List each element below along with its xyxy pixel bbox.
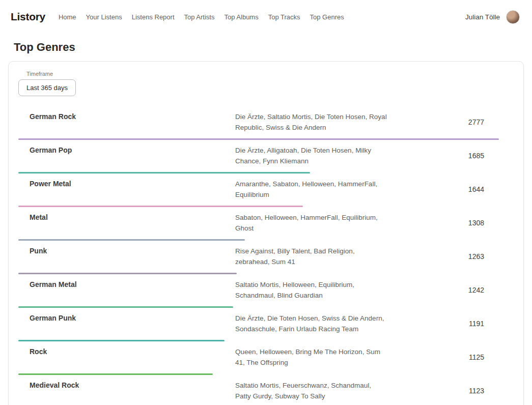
app-logo[interactable]: Listory	[11, 11, 45, 23]
genre-name: German Metal	[18, 279, 235, 288]
timeframe-select[interactable]: Last 365 days	[18, 79, 76, 96]
genre-row: MetalSabaton, Helloween, HammerFall, Equ…	[18, 207, 511, 241]
genre-artists: Amaranthe, Sabaton, Helloween, HammerFal…	[235, 179, 388, 200]
genre-name: German Pop	[18, 145, 235, 154]
nav-links: HomeYour ListensListens ReportTop Artist…	[59, 13, 344, 21]
genre-artists: Die Ärzte, Saltatio Mortis, Die Toten Ho…	[235, 111, 388, 133]
genre-name: German Punk	[18, 313, 235, 322]
genre-name: German Rock	[18, 111, 235, 121]
nav-link-top-albums[interactable]: Top Albums	[224, 13, 258, 21]
genre-count: 1644	[388, 185, 511, 193]
genre-name: Rock	[18, 346, 235, 356]
genre-count: 1191	[388, 320, 511, 328]
genre-artists: Saltatio Mortis, Helloween, Equilibrium,…	[235, 279, 388, 301]
nav-link-home[interactable]: Home	[59, 13, 76, 21]
page-title: Top Genres	[14, 41, 532, 54]
genre-name: Metal	[18, 212, 235, 221]
genre-row: German RockDie Ärzte, Saltatio Mortis, D…	[18, 106, 511, 140]
timeframe-value: Last 365 days	[26, 84, 68, 92]
genre-artists: Rise Against, Billy Talent, Bad Religion…	[235, 246, 388, 267]
genre-count: 1123	[388, 387, 511, 395]
genre-name: Punk	[18, 246, 235, 255]
genre-artists: Die Ärzte, Die Toten Hosen, Swiss & Die …	[235, 313, 388, 334]
genre-row: RockQueen, Helloween, Bring Me The Horiz…	[18, 341, 511, 375]
genre-name: Power Metal	[18, 179, 235, 188]
genre-count: 1263	[388, 252, 511, 261]
user-name[interactable]: Julian Tölle	[465, 13, 500, 21]
nav-link-top-artists[interactable]: Top Artists	[184, 13, 215, 21]
nav-link-top-tracks[interactable]: Top Tracks	[268, 13, 300, 21]
genre-row: German MetalSaltatio Mortis, Helloween, …	[18, 274, 511, 308]
timeframe-label: Timeframe	[26, 71, 511, 77]
nav-link-listens-report[interactable]: Listens Report	[132, 13, 175, 21]
top-genres-card: Timeframe Last 365 days German RockDie Ä…	[8, 61, 524, 405]
genre-count: 2777	[388, 118, 511, 126]
genre-count: 1125	[388, 353, 511, 361]
genre-row: Power MetalAmaranthe, Sabaton, Helloween…	[18, 173, 511, 207]
genre-count: 1308	[388, 219, 511, 227]
genre-artists: Queen, Helloween, Bring Me The Horizon, …	[235, 346, 388, 368]
genres-table: German RockDie Ärzte, Saltatio Mortis, D…	[18, 106, 511, 405]
nav-user-area: Julian Tölle	[465, 10, 520, 24]
nav-link-top-genres[interactable]: Top Genres	[310, 13, 344, 21]
genre-row: German PopDie Ärzte, Alligatoah, Die Tot…	[18, 140, 511, 173]
genre-row: PunkRise Against, Billy Talent, Bad Reli…	[18, 241, 511, 274]
genre-count: 1685	[388, 152, 511, 160]
genre-row: Medieval RockSaltatio Mortis, Feuerschwa…	[18, 375, 511, 405]
genre-row: German PunkDie Ärzte, Die Toten Hosen, S…	[18, 308, 511, 341]
genre-name: Medieval Rock	[18, 380, 235, 389]
nav-link-your-listens[interactable]: Your Listens	[86, 13, 122, 21]
top-navigation: Listory HomeYour ListensListens ReportTo…	[0, 0, 532, 34]
user-avatar[interactable]	[506, 10, 520, 24]
genre-count: 1242	[388, 286, 511, 294]
genre-artists: Sabaton, Helloween, HammerFall, Equilibr…	[235, 212, 388, 234]
genre-artists: Die Ärzte, Alligatoah, Die Toten Hosen, …	[235, 145, 388, 166]
genre-artists: Saltatio Mortis, Feuerschwanz, Schandmau…	[235, 380, 388, 401]
